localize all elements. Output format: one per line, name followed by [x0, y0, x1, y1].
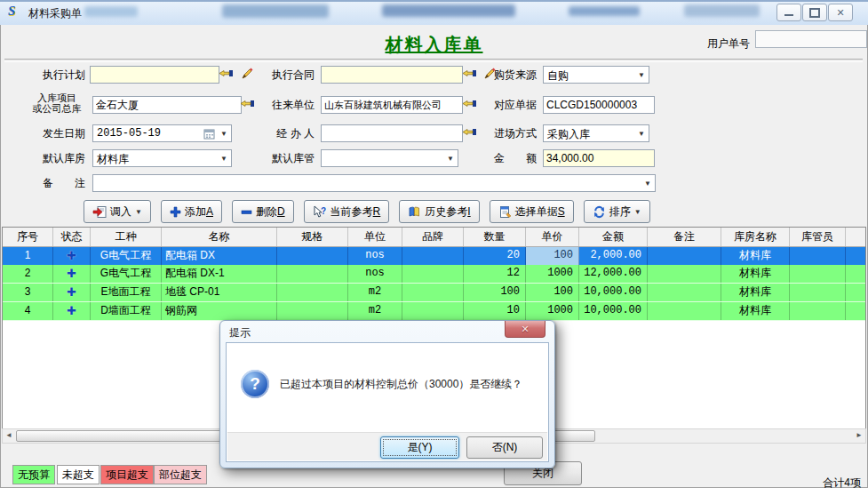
cell-status[interactable]: ✚: [53, 284, 91, 301]
cell-qty[interactable]: 10: [464, 302, 526, 320]
ref-doc-input[interactable]: [543, 96, 655, 114]
cell-price[interactable]: 1000: [526, 302, 579, 320]
column-header-remark[interactable]: 备注: [648, 228, 721, 246]
cell-amount[interactable]: 10,000.00: [579, 302, 648, 320]
column-header-price[interactable]: 单价: [526, 228, 579, 246]
cell-name[interactable]: 配电箱 DX: [162, 247, 277, 265]
exec-plan-input[interactable]: [90, 66, 219, 84]
cell-name[interactable]: 配电箱 DX-1: [162, 265, 277, 283]
cell-brand[interactable]: [402, 247, 464, 265]
cell-remark[interactable]: [648, 302, 721, 320]
current-ref-button[interactable]: ?当前参考R: [304, 200, 390, 223]
cell-keeper[interactable]: [790, 284, 846, 301]
cell-unit[interactable]: m2: [348, 302, 402, 320]
date-picker[interactable]: 2015-05-19 ▼: [92, 124, 232, 142]
delete-button[interactable]: 删除D: [232, 200, 294, 223]
cell-name[interactable]: 钢筋网: [162, 302, 277, 320]
cell-status[interactable]: ✚: [53, 302, 91, 320]
scroll-left-icon[interactable]: ◄: [5, 431, 12, 439]
cell-brand[interactable]: [402, 265, 464, 283]
cell-qty[interactable]: 12: [464, 265, 526, 283]
remark-combo-input[interactable]: ▼: [92, 174, 656, 192]
column-header-status[interactable]: 状态: [53, 228, 91, 246]
counterparty-lookup-hand-icon[interactable]: [462, 98, 478, 112]
table-row[interactable]: 1✚G电气工程配电箱 DXnos201002,000.00材料库: [3, 247, 865, 265]
cell-spec[interactable]: [277, 247, 348, 265]
cell-spec[interactable]: [277, 265, 348, 283]
add-button[interactable]: 添加A: [161, 200, 222, 223]
cell-name[interactable]: 地毯 CP-01: [162, 284, 277, 301]
cell-type[interactable]: D墙面工程: [91, 302, 162, 320]
cell-type[interactable]: E地面工程: [91, 284, 162, 301]
cell-amount[interactable]: 12,000.00: [579, 265, 648, 283]
cell-amount[interactable]: 2,000.00: [579, 247, 648, 265]
exec-plan-edit-pencil-icon[interactable]: [241, 67, 257, 81]
column-header-type[interactable]: 工种: [91, 228, 162, 246]
cell-no[interactable]: 1: [3, 247, 53, 265]
minimize-button[interactable]: [776, 4, 801, 21]
cell-type[interactable]: G电气工程: [91, 265, 162, 283]
column-header-warehouse[interactable]: 库房名称: [721, 228, 790, 246]
table-row[interactable]: 2✚G电气工程配电箱 DX-1nos12100012,000.00材料库: [3, 265, 865, 284]
column-header-keeper[interactable]: 库管员: [790, 228, 846, 246]
yes-button[interactable]: 是(Y): [380, 436, 459, 459]
cell-brand[interactable]: [402, 302, 464, 320]
history-ref-button[interactable]: 历史参考I: [399, 200, 479, 223]
counterparty-input[interactable]: [321, 96, 463, 114]
cell-remark[interactable]: [648, 247, 721, 265]
cell-qty[interactable]: 20: [464, 247, 526, 265]
user-no-input[interactable]: [755, 30, 867, 48]
cell-price[interactable]: 100: [526, 247, 579, 265]
column-header-brand[interactable]: 品牌: [402, 228, 464, 246]
default-keeper-select[interactable]: ▼: [321, 149, 458, 167]
project-input[interactable]: [92, 96, 242, 114]
dialog-close-button[interactable]: ✕: [505, 321, 545, 338]
close-window-button[interactable]: ✕: [828, 4, 853, 21]
select-doc-button[interactable]: 选择单据S: [490, 200, 574, 223]
import-button[interactable]: 调入▼: [84, 200, 151, 223]
cell-keeper[interactable]: [790, 247, 846, 265]
cell-brand[interactable]: [402, 284, 464, 301]
column-header-amount[interactable]: 金额: [579, 228, 648, 246]
no-button[interactable]: 否(N): [466, 436, 543, 459]
handler-lookup-hand-icon[interactable]: [462, 126, 478, 140]
table-row[interactable]: 3✚E地面工程地毯 CP-01m210010010,000.00材料库: [3, 284, 865, 302]
cell-no[interactable]: 3: [3, 284, 53, 301]
cell-no[interactable]: 2: [3, 265, 53, 283]
scroll-right-icon[interactable]: ►: [856, 431, 863, 439]
purchase-source-select[interactable]: 自购 ▼: [543, 66, 649, 84]
cell-warehouse[interactable]: 材料库: [721, 247, 790, 265]
amount-input[interactable]: [543, 149, 655, 167]
cell-spec[interactable]: [277, 284, 348, 301]
cell-amount[interactable]: 10,000.00: [579, 284, 648, 301]
cell-warehouse[interactable]: 材料库: [721, 284, 790, 301]
cell-keeper[interactable]: [790, 302, 846, 320]
column-header-unit[interactable]: 单位: [348, 228, 402, 246]
cell-remark[interactable]: [648, 265, 721, 283]
cell-qty[interactable]: 100: [464, 284, 526, 301]
cell-unit[interactable]: m2: [348, 284, 402, 301]
cell-unit[interactable]: nos: [348, 265, 402, 283]
exec-contract-lookup-hand-icon[interactable]: [462, 68, 478, 82]
column-header-spec[interactable]: 规格: [277, 228, 348, 246]
cell-keeper[interactable]: [790, 265, 846, 283]
cell-spec[interactable]: [277, 302, 348, 320]
sort-button[interactable]: 排序▼: [584, 200, 650, 223]
maximize-button[interactable]: [802, 4, 827, 21]
cell-status[interactable]: ✚: [53, 265, 91, 283]
entry-mode-select[interactable]: 采购入库 ▼: [543, 124, 649, 142]
project-lookup-hand-icon[interactable]: [240, 98, 256, 112]
cell-status[interactable]: ✚: [53, 247, 91, 265]
cell-type[interactable]: G电气工程: [91, 247, 162, 265]
table-row[interactable]: 4✚D墙面工程钢筋网m210100010,000.00材料库: [3, 302, 865, 321]
handler-input[interactable]: [321, 124, 463, 142]
cell-warehouse[interactable]: 材料库: [721, 265, 790, 283]
exec-contract-input[interactable]: [321, 66, 463, 84]
cell-warehouse[interactable]: 材料库: [721, 302, 790, 320]
column-header-qty[interactable]: 数量: [464, 228, 526, 246]
cell-price[interactable]: 1000: [526, 265, 579, 283]
cell-no[interactable]: 4: [3, 302, 53, 320]
cell-remark[interactable]: [648, 284, 721, 301]
default-warehouse-select[interactable]: 材料库 ▼: [92, 149, 232, 167]
exec-plan-lookup-hand-icon[interactable]: [219, 68, 235, 82]
